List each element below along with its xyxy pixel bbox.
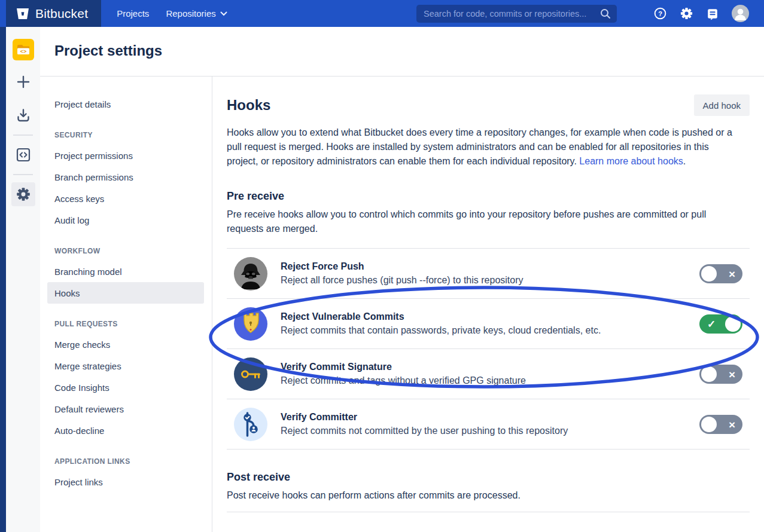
sidenav-item-project-details[interactable]: Project details (47, 93, 204, 115)
hook-description: Reject all force pushes (git push --forc… (281, 275, 523, 286)
hook-description: Reject commits not committed by the user… (281, 426, 568, 436)
feedback-icon[interactable] (706, 7, 719, 20)
toggle-x-icon: × (729, 368, 735, 380)
divider (13, 134, 33, 136)
sidenav-item-hooks[interactable]: Hooks (47, 282, 204, 304)
chevron-down-icon (220, 11, 227, 16)
toggle-knob (701, 417, 717, 432)
sidenav-item-access-keys[interactable]: Access keys (47, 188, 204, 209)
hook-toggle-reject-force-push[interactable]: × (699, 264, 742, 283)
search-input[interactable] (416, 9, 617, 19)
sidenav-group-header-security: SECURITY (54, 129, 197, 141)
nav-repositories[interactable]: Repositories (157, 0, 235, 27)
content-region: Project settings Project details SECURIT… (40, 27, 764, 532)
hook-row-verify-commit-signature: Verify Commit Signature Reject commits a… (227, 349, 750, 399)
top-nav: Bitbucket Projects Repositories ? (0, 0, 764, 27)
topnav-right: ? (416, 5, 764, 23)
sidenav: Project details SECURITY Project permiss… (40, 77, 212, 532)
hook-list: Reject Force Push Reject all force pushe… (227, 248, 750, 450)
sidenav-group: SECURITY Project permissionsBranch permi… (47, 129, 204, 231)
help-icon[interactable]: ? (653, 7, 667, 20)
post-receive-description: Post receive hooks can perform actions a… (227, 488, 732, 503)
user-avatar[interactable] (732, 5, 749, 22)
add-hook-button[interactable]: Add hook (694, 94, 750, 116)
hook-name: Verify Committer (281, 412, 568, 423)
sidenav-item-branching-model[interactable]: Branching model (47, 261, 204, 282)
sidenav-item-audit-log[interactable]: Audit log (47, 209, 204, 231)
sidenav-group: Project details (47, 93, 204, 115)
project-avatar-icon[interactable]: <> (13, 39, 34, 60)
hook-row-reject-force-push: Reject Force Push Reject all force pushe… (227, 249, 750, 299)
toggle-x-icon: × (729, 268, 735, 279)
sidenav-item-branch-permissions[interactable]: Branch permissions (47, 166, 204, 188)
hook-toggle-verify-committer[interactable]: × (699, 415, 742, 434)
hook-toggle-verify-commit-signature[interactable]: × (699, 365, 742, 384)
learn-more-link[interactable]: Learn more about hooks (579, 156, 683, 166)
sidenav-item-code-insights[interactable]: Code Insights (47, 377, 204, 398)
sidenav-item-project-links[interactable]: Project links (47, 471, 204, 493)
sidenav-group: WORKFLOW Branching modelHooks (47, 245, 204, 304)
sidenav-item-default-reviewers[interactable]: Default reviewers (47, 398, 204, 420)
divider (227, 512, 750, 512)
hooks-section-title: Hooks (227, 97, 270, 114)
topnav-menu: Projects Repositories (108, 0, 236, 27)
page-title: Project settings (40, 27, 764, 76)
committer-avatar-icon (234, 408, 267, 441)
sidenav-item-auto-decline[interactable]: Auto-decline (47, 420, 204, 441)
plus-icon[interactable] (11, 70, 35, 94)
hook-toggle-reject-vulnerable-commits[interactable]: ✓ (699, 314, 742, 334)
post-receive-title: Post receive (227, 471, 750, 484)
hook-row-reject-vulnerable-commits: Reject Vulnerable Commits Reject commits… (227, 299, 750, 349)
hooks-intro-text: Hooks allow you to extend what Bitbucket… (227, 126, 732, 169)
toggle-knob (701, 366, 717, 382)
bitbucket-logo-icon (16, 7, 30, 21)
toggle-knob (701, 266, 717, 282)
bitbucket-app: Bitbucket Projects Repositories ? <> (0, 0, 764, 532)
hook-name: Reject Force Push (281, 261, 523, 272)
settings-gear-icon[interactable] (11, 182, 35, 206)
main-panel: Hooks Add hook Hooks allow you to extend… (212, 77, 764, 532)
shield-avatar-icon (234, 307, 267, 341)
pre-receive-description: Pre receive hooks allow you to control w… (227, 207, 732, 236)
sidenav-item-merge-strategies[interactable]: Merge strategies (47, 355, 204, 377)
brand-name: Bitbucket (35, 7, 88, 21)
left-rail (0, 27, 6, 532)
hook-name: Verify Commit Signature (281, 362, 526, 372)
hook-description: Reject commits that contain passwords, p… (281, 325, 601, 336)
nav-projects[interactable]: Projects (108, 0, 157, 27)
vader-avatar-icon (234, 257, 267, 291)
download-icon[interactable] (11, 103, 35, 127)
divider (13, 174, 33, 175)
svg-text:<>: <> (20, 48, 26, 54)
toggle-x-icon: × (729, 418, 735, 430)
toggle-check-icon: ✓ (707, 319, 716, 329)
key-avatar-icon (234, 357, 267, 391)
global-search[interactable] (416, 5, 617, 23)
sidenav-item-project-permissions[interactable]: Project permissions (47, 145, 204, 166)
gear-icon[interactable] (680, 7, 693, 20)
sidenav-group-header-workflow: WORKFLOW (54, 245, 197, 257)
sidenav-group: PULL REQUESTS Merge checksMerge strategi… (47, 318, 204, 441)
search-icon (599, 8, 611, 20)
icon-sidebar: <> (6, 27, 40, 532)
hook-row-verify-committer: Verify Committer Reject commits not comm… (227, 399, 750, 450)
sidenav-group: APPLICATION LINKS Project links (47, 455, 204, 493)
sidenav-group-header-pull-requests: PULL REQUESTS (54, 318, 197, 330)
sidenav-group-header-application-links: APPLICATION LINKS (54, 455, 197, 467)
toggle-knob (725, 316, 741, 332)
hook-description: Reject commits and tags without a verifi… (281, 375, 526, 386)
hook-name: Reject Vulnerable Commits (281, 311, 601, 322)
app-shell: <> Project settings Project details SECU… (0, 27, 764, 532)
bitbucket-home-link[interactable]: Bitbucket (6, 0, 101, 27)
code-brackets-icon[interactable] (11, 143, 35, 167)
pre-receive-title: Pre receive (227, 190, 750, 203)
svg-text:?: ? (658, 10, 662, 17)
sidenav-item-merge-checks[interactable]: Merge checks (47, 334, 204, 355)
